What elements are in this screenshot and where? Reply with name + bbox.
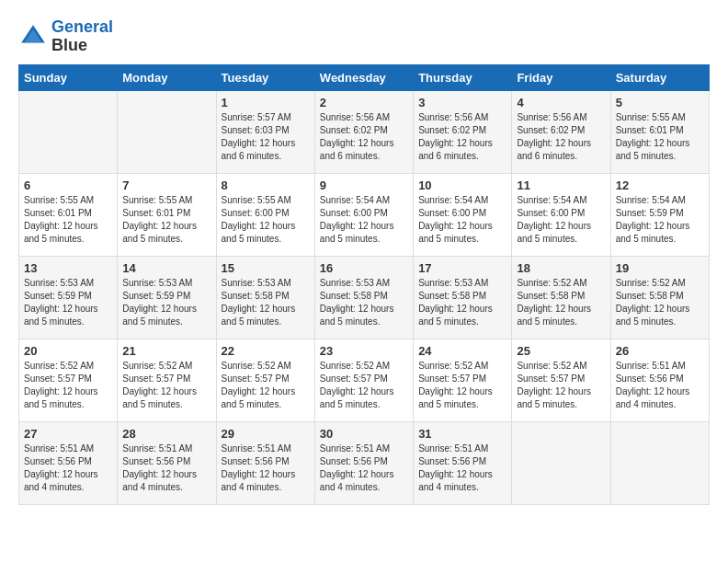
day-number: 4 [517,96,605,109]
day-number: 7 [122,178,210,192]
day-info: Sunrise: 5:52 AM Sunset: 5:58 PM Dayligh… [517,277,605,328]
day-number: 22 [222,344,310,358]
logo-icon [18,22,48,52]
day-cell: 18Sunrise: 5:52 AM Sunset: 5:58 PM Dayli… [512,256,610,339]
day-number: 18 [517,261,605,275]
day-info: Sunrise: 5:53 AM Sunset: 5:59 PM Dayligh… [24,277,112,328]
day-info: Sunrise: 5:51 AM Sunset: 5:56 PM Dayligh… [616,360,704,411]
day-number: 14 [122,261,210,275]
day-cell: 3Sunrise: 5:56 AM Sunset: 6:02 PM Daylig… [414,90,512,173]
day-cell: 27Sunrise: 5:51 AM Sunset: 5:56 PM Dayli… [19,421,118,504]
day-info: Sunrise: 5:51 AM Sunset: 5:56 PM Dayligh… [418,442,506,494]
week-row-3: 13Sunrise: 5:53 AM Sunset: 5:59 PM Dayli… [19,256,710,339]
day-cell: 8Sunrise: 5:55 AM Sunset: 6:00 PM Daylig… [216,173,314,256]
day-number: 29 [222,427,310,441]
day-number: 9 [320,178,408,192]
day-cell: 7Sunrise: 5:55 AM Sunset: 6:01 PM Daylig… [118,173,216,256]
day-cell: 23Sunrise: 5:52 AM Sunset: 5:57 PM Dayli… [314,339,413,421]
day-number: 19 [616,261,704,275]
day-info: Sunrise: 5:52 AM Sunset: 5:58 PM Dayligh… [616,277,704,328]
day-cell: 26Sunrise: 5:51 AM Sunset: 5:56 PM Dayli… [610,339,709,421]
calendar-header: SundayMondayTuesdayWednesdayThursdayFrid… [19,64,710,90]
day-info: Sunrise: 5:52 AM Sunset: 5:57 PM Dayligh… [122,360,210,411]
day-number: 5 [616,96,704,109]
header-cell-saturday: Saturday [610,64,709,90]
day-cell: 10Sunrise: 5:54 AM Sunset: 6:00 PM Dayli… [414,173,512,256]
day-number: 17 [418,261,506,275]
day-info: Sunrise: 5:56 AM Sunset: 6:02 PM Dayligh… [320,111,408,163]
day-info: Sunrise: 5:54 AM Sunset: 6:00 PM Dayligh… [320,194,408,246]
day-number: 6 [24,178,112,192]
day-info: Sunrise: 5:53 AM Sunset: 5:58 PM Dayligh… [222,277,310,328]
calendar-table: SundayMondayTuesdayWednesdayThursdayFrid… [18,64,710,505]
day-info: Sunrise: 5:57 AM Sunset: 6:03 PM Dayligh… [222,111,310,163]
day-info: Sunrise: 5:53 AM Sunset: 5:58 PM Dayligh… [418,277,506,328]
day-info: Sunrise: 5:52 AM Sunset: 5:57 PM Dayligh… [222,360,310,411]
day-number: 2 [320,96,408,109]
header-cell-monday: Monday [118,64,216,90]
day-info: Sunrise: 5:55 AM Sunset: 6:01 PM Dayligh… [616,111,704,163]
day-number: 8 [222,178,310,192]
day-info: Sunrise: 5:55 AM Sunset: 6:01 PM Dayligh… [24,194,112,246]
week-row-1: 1Sunrise: 5:57 AM Sunset: 6:03 PM Daylig… [19,90,710,173]
day-info: Sunrise: 5:53 AM Sunset: 5:59 PM Dayligh… [122,277,210,328]
header-cell-wednesday: Wednesday [314,64,413,90]
day-cell: 6Sunrise: 5:55 AM Sunset: 6:01 PM Daylig… [19,173,118,256]
day-cell [19,90,118,173]
day-number: 30 [320,427,408,441]
day-cell: 29Sunrise: 5:51 AM Sunset: 5:56 PM Dayli… [216,421,314,504]
day-cell [610,421,709,504]
day-info: Sunrise: 5:54 AM Sunset: 6:00 PM Dayligh… [517,194,605,246]
day-number: 15 [222,261,310,275]
day-cell: 14Sunrise: 5:53 AM Sunset: 5:59 PM Dayli… [118,256,216,339]
day-number: 20 [24,344,112,358]
day-cell: 1Sunrise: 5:57 AM Sunset: 6:03 PM Daylig… [216,90,314,173]
day-info: Sunrise: 5:56 AM Sunset: 6:02 PM Dayligh… [517,111,605,163]
day-cell: 22Sunrise: 5:52 AM Sunset: 5:57 PM Dayli… [216,339,314,421]
day-info: Sunrise: 5:52 AM Sunset: 5:57 PM Dayligh… [418,360,506,411]
logo: General Blue [18,18,113,55]
day-cell: 9Sunrise: 5:54 AM Sunset: 6:00 PM Daylig… [314,173,413,256]
day-number: 23 [320,344,408,358]
day-number: 28 [122,427,210,441]
day-number: 10 [418,178,506,192]
day-cell: 24Sunrise: 5:52 AM Sunset: 5:57 PM Dayli… [414,339,512,421]
day-info: Sunrise: 5:51 AM Sunset: 5:56 PM Dayligh… [320,442,408,494]
page-header: General Blue [18,18,710,55]
day-number: 13 [24,261,112,275]
day-cell: 12Sunrise: 5:54 AM Sunset: 5:59 PM Dayli… [610,173,709,256]
day-cell: 25Sunrise: 5:52 AM Sunset: 5:57 PM Dayli… [512,339,610,421]
day-number: 26 [616,344,704,358]
day-number: 21 [122,344,210,358]
day-info: Sunrise: 5:53 AM Sunset: 5:58 PM Dayligh… [320,277,408,328]
calendar-body: 1Sunrise: 5:57 AM Sunset: 6:03 PM Daylig… [19,90,710,504]
day-cell: 19Sunrise: 5:52 AM Sunset: 5:58 PM Dayli… [610,256,709,339]
day-cell: 21Sunrise: 5:52 AM Sunset: 5:57 PM Dayli… [118,339,216,421]
header-row: SundayMondayTuesdayWednesdayThursdayFrid… [19,64,710,90]
day-cell: 31Sunrise: 5:51 AM Sunset: 5:56 PM Dayli… [414,421,512,504]
day-cell: 2Sunrise: 5:56 AM Sunset: 6:02 PM Daylig… [314,90,413,173]
day-info: Sunrise: 5:52 AM Sunset: 5:57 PM Dayligh… [517,360,605,411]
day-info: Sunrise: 5:51 AM Sunset: 5:56 PM Dayligh… [122,442,210,494]
week-row-2: 6Sunrise: 5:55 AM Sunset: 6:01 PM Daylig… [19,173,710,256]
header-cell-sunday: Sunday [19,64,118,90]
day-info: Sunrise: 5:56 AM Sunset: 6:02 PM Dayligh… [418,111,506,163]
week-row-5: 27Sunrise: 5:51 AM Sunset: 5:56 PM Dayli… [19,421,710,504]
day-cell: 13Sunrise: 5:53 AM Sunset: 5:59 PM Dayli… [19,256,118,339]
day-cell: 16Sunrise: 5:53 AM Sunset: 5:58 PM Dayli… [314,256,413,339]
day-number: 24 [418,344,506,358]
day-number: 11 [517,178,605,192]
day-info: Sunrise: 5:51 AM Sunset: 5:56 PM Dayligh… [222,442,310,494]
day-cell: 20Sunrise: 5:52 AM Sunset: 5:57 PM Dayli… [19,339,118,421]
day-info: Sunrise: 5:55 AM Sunset: 6:01 PM Dayligh… [122,194,210,246]
day-cell: 15Sunrise: 5:53 AM Sunset: 5:58 PM Dayli… [216,256,314,339]
day-info: Sunrise: 5:52 AM Sunset: 5:57 PM Dayligh… [320,360,408,411]
header-cell-thursday: Thursday [414,64,512,90]
day-number: 1 [222,96,310,109]
day-info: Sunrise: 5:51 AM Sunset: 5:56 PM Dayligh… [24,442,112,494]
week-row-4: 20Sunrise: 5:52 AM Sunset: 5:57 PM Dayli… [19,339,710,421]
day-cell [512,421,610,504]
day-cell: 5Sunrise: 5:55 AM Sunset: 6:01 PM Daylig… [610,90,709,173]
header-cell-tuesday: Tuesday [216,64,314,90]
logo-text: General Blue [51,18,113,55]
